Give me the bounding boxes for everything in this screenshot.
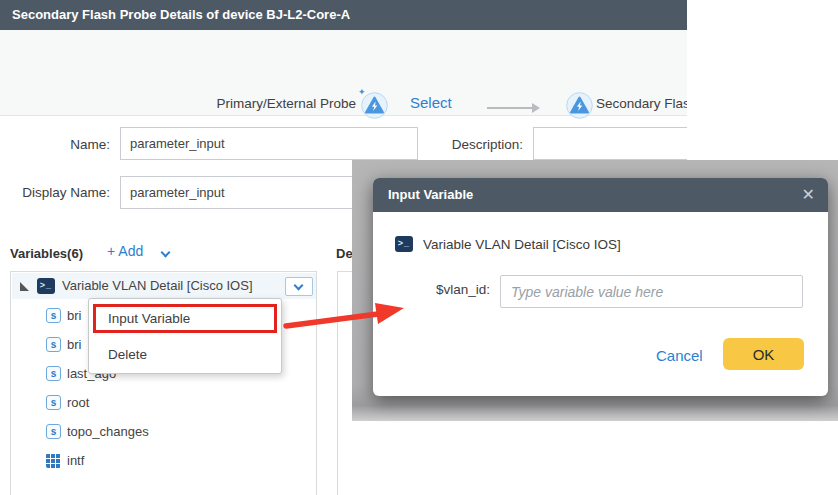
description-label: Description: <box>433 137 523 152</box>
menu-item-delete[interactable]: Delete <box>89 341 281 368</box>
primary-probe-label: Primary/External Probe <box>200 96 356 111</box>
tree-item-variable-vlan-detail[interactable]: >_ Variable VLAN Detail [Cisco IOS] <box>12 273 316 299</box>
select-probe-link[interactable]: Select <box>410 94 452 111</box>
cancel-button[interactable]: Cancel <box>656 347 703 364</box>
vlan-id-input[interactable] <box>500 275 803 308</box>
right-panel-heading-fragment: De <box>336 246 352 261</box>
flow-arrow-icon <box>487 107 533 109</box>
dialog-title: Input Variable <box>388 178 473 212</box>
secondary-probe-label: Secondary Flash Probe <box>596 96 687 111</box>
tree-item-label: root <box>67 393 89 413</box>
annotation-highlight-rect <box>93 304 277 333</box>
window-title: Secondary Flash Probe Details of device … <box>12 0 350 30</box>
window-titlebar: Secondary Flash Probe Details of device … <box>0 0 687 30</box>
string-icon: s <box>46 424 61 439</box>
dialog-titlebar: Input Variable ✕ <box>373 178 828 212</box>
secondary-probe-icon <box>566 92 593 119</box>
add-chevron-down-icon[interactable] <box>161 248 171 258</box>
string-icon: s <box>46 337 61 352</box>
ok-button[interactable]: OK <box>723 338 804 370</box>
probe-flow-section: Primary/External Probe ✦ Select Se <box>0 30 687 116</box>
description-input[interactable] <box>533 127 687 160</box>
variables-heading: Variables(6) <box>10 246 83 261</box>
terminal-icon: >_ <box>37 278 55 294</box>
tree-item-label: Variable VLAN Detail [Cisco IOS] <box>62 273 253 299</box>
tree-item-label: topo_changes <box>67 422 149 442</box>
input-variable-dialog: Input Variable ✕ >_ Variable VLAN Detail… <box>373 178 828 396</box>
terminal-icon: >_ <box>395 236 413 252</box>
string-icon: s <box>46 308 61 323</box>
table-icon <box>46 453 61 468</box>
tree-item-label: intf <box>67 451 84 471</box>
name-label: Name: <box>40 137 110 152</box>
tree-item-label: bri <box>67 306 81 326</box>
tree-item-label: bri <box>67 335 81 355</box>
display-name-label: Display Name: <box>20 185 110 200</box>
chevron-down-icon <box>294 281 304 291</box>
sparkle-icon: ✦ <box>358 87 366 97</box>
annotation-arrow-icon <box>278 300 410 334</box>
name-input[interactable] <box>120 127 418 160</box>
screen: Secondary Flash Probe Details of device … <box>0 0 838 495</box>
close-icon[interactable]: ✕ <box>802 178 815 212</box>
vlan-id-label: $vlan_id: <box>398 282 490 297</box>
dialog-variable-name: Variable VLAN Detail [Cisco IOS] <box>423 237 621 252</box>
string-icon: s <box>46 366 61 381</box>
expander-icon[interactable] <box>20 282 29 291</box>
tree-item-dropdown-button[interactable] <box>285 277 313 296</box>
flow-arrow-head-icon <box>532 103 540 113</box>
string-icon: s <box>46 395 61 410</box>
add-variable-button[interactable]: + Add <box>107 243 143 259</box>
